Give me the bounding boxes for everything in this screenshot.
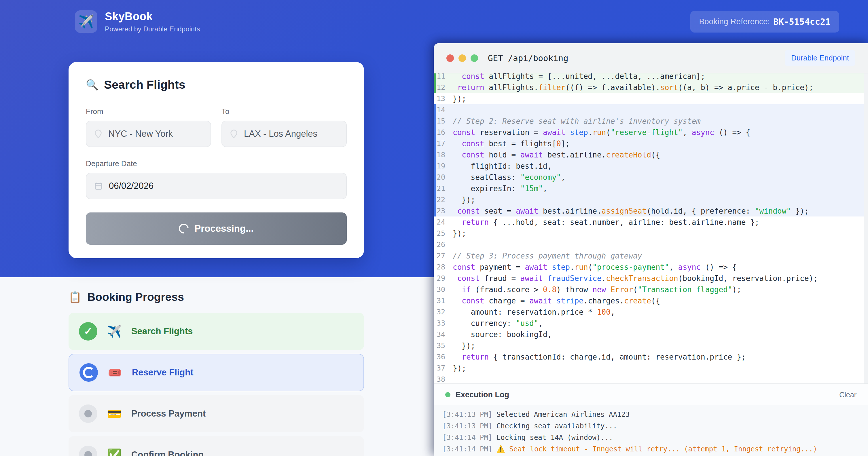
line-number: 23 <box>437 207 453 215</box>
window-close-icon[interactable] <box>446 55 454 62</box>
search-submit-button[interactable]: Processing... <box>86 213 347 245</box>
step-emoji-icon: 🎟️ <box>108 367 122 378</box>
progress-step-reserve-flight[interactable]: 🎟️Reserve Flight <box>68 354 364 391</box>
execution-log-body: [3:41:13 PM] Selected American Airlines … <box>434 405 868 456</box>
code-text: const charge = await stripe.charges.crea… <box>453 296 660 305</box>
code-text: const best = flights[0]; <box>453 139 570 148</box>
code-line: 26 <box>434 239 864 250</box>
line-number: 32 <box>437 308 453 316</box>
line-number: 33 <box>437 319 453 327</box>
code-panel-window: GET /api/booking Durable Endpoint 11 con… <box>434 43 868 456</box>
departure-date-label: Departure Date <box>86 159 347 168</box>
progress-step-process-payment[interactable]: 💳Process Payment <box>68 395 364 432</box>
code-line: 23 const seat = await best.airline.assig… <box>434 205 864 217</box>
code-line: 18 const hold = await best.airline.creat… <box>434 149 864 160</box>
code-lines: 11 const allFlights = [...united, ...del… <box>434 73 864 384</box>
line-number: 25 <box>437 229 453 237</box>
code-text: const fraud = await fraudService.checkTr… <box>453 274 818 283</box>
booking-reference-label: Booking Reference: <box>699 17 770 26</box>
status-dot-icon <box>445 392 451 397</box>
log-message: ⚠️ Seat lock timeout - Inngest will retr… <box>496 445 817 453</box>
line-number: 17 <box>437 139 453 148</box>
code-line: 15// Step 2: Reserve seat with airline's… <box>434 116 864 127</box>
code-line: 14 <box>434 104 864 116</box>
code-text: return { transactionId: charge.id, amoun… <box>453 353 746 361</box>
clear-log-button[interactable]: Clear <box>839 391 857 399</box>
code-line: 33 currency: "usd", <box>434 318 864 329</box>
log-entry: [3:41:13 PM] Selected American Airlines … <box>442 409 859 420</box>
search-flights-card: 🔍 Search Flights From NYC - New York To … <box>68 62 364 258</box>
search-icon: 🔍 <box>86 79 99 91</box>
endpoint-title: GET /api/booking <box>488 53 568 63</box>
code-text: }); <box>453 195 475 204</box>
line-number: 16 <box>437 128 453 136</box>
window-minimize-icon[interactable] <box>459 55 466 62</box>
booking-progress-list: ✓✈️Search Flights🎟️Reserve Flight💳Proces… <box>68 313 364 456</box>
progress-step-search-flights[interactable]: ✓✈️Search Flights <box>68 313 364 350</box>
log-message: Checking seat availability... <box>496 422 617 430</box>
line-number: 13 <box>437 94 453 103</box>
departure-date-input[interactable]: 06/02/2026 <box>86 173 347 199</box>
line-number: 29 <box>437 274 453 283</box>
code-line: 12 return allFlights.filter((f) => f.ava… <box>434 82 864 93</box>
departure-date-value: 06/02/2026 <box>109 181 154 191</box>
booking-progress-title: 📋 Booking Progress <box>68 291 364 303</box>
code-panel-titlebar: GET /api/booking Durable Endpoint <box>434 43 868 73</box>
step-emoji-icon: ✈️ <box>107 326 122 337</box>
line-number: 14 <box>437 106 453 114</box>
code-text: const reservation = await step.run("rese… <box>453 128 750 137</box>
calendar-icon <box>94 182 103 191</box>
step-emoji-icon: ✅ <box>107 449 122 456</box>
code-line: 11 const allFlights = [...united, ...del… <box>434 73 864 82</box>
code-line: 27// Step 3: Process payment through gat… <box>434 250 864 261</box>
step-label: Search Flights <box>131 326 193 336</box>
code-text: }); <box>453 364 466 372</box>
booking-reference-value: BK-5154cc21 <box>773 17 831 27</box>
line-number: 37 <box>437 364 453 372</box>
code-line: 30 if (fraud.score > 0.8) throw new Erro… <box>434 284 864 295</box>
log-timestamp: [3:41:13 PM] <box>442 422 496 430</box>
scrollbar-track[interactable] <box>864 73 868 384</box>
app-logo: ✈️ <box>75 10 97 33</box>
code-text: // Step 2: Reserve seat with airline's i… <box>453 117 701 126</box>
window-maximize-icon[interactable] <box>471 55 478 62</box>
code-text: amount: reservation.price * 100, <box>453 308 615 316</box>
code-text: }); <box>453 229 466 238</box>
code-line: 19 flightId: best.id, <box>434 160 864 171</box>
log-timestamp: [3:41:13 PM] <box>442 411 496 419</box>
line-number: 36 <box>437 353 453 361</box>
code-line: 32 amount: reservation.price * 100, <box>434 306 864 318</box>
spinner-icon <box>177 222 191 235</box>
code-text: const payment = await step.run("process-… <box>453 263 737 271</box>
booking-progress-section: 📋 Booking Progress ✓✈️Search Flights🎟️Re… <box>68 291 364 456</box>
spinner-arc-icon <box>83 367 94 378</box>
to-input[interactable]: LAX - Los Angeles <box>221 121 347 147</box>
line-number: 24 <box>437 218 453 226</box>
log-message: Selected American Airlines AA123 <box>496 411 629 419</box>
line-number: 30 <box>437 285 453 294</box>
code-text: // Step 3: Process payment through gatew… <box>453 252 642 260</box>
from-input[interactable]: NYC - New York <box>86 121 211 147</box>
log-entry: [3:41:14 PM] ⚠️ Seat lock timeout - Inng… <box>442 443 859 455</box>
step-label: Process Payment <box>131 409 206 419</box>
code-line: 29 const fraud = await fraudService.chec… <box>434 272 864 284</box>
code-line: 24 return { ...hold, seat: seat.number, … <box>434 217 864 228</box>
map-pin-icon <box>94 129 102 139</box>
booking-reference-badge: Booking Reference: BK-5154cc21 <box>690 11 839 33</box>
code-editor[interactable]: 11 const allFlights = [...united, ...del… <box>434 73 868 384</box>
code-text: }); <box>453 94 466 103</box>
code-text: flightId: best.id, <box>453 162 552 170</box>
code-text: return allFlights.filter((f) => f.availa… <box>453 83 813 92</box>
app-title: SkyBook <box>105 10 200 23</box>
clipboard-icon: 📋 <box>68 291 82 303</box>
progress-step-confirm-booking[interactable]: ✅Confirm Booking <box>68 436 364 456</box>
code-text: currency: "usd", <box>453 319 543 328</box>
code-line: 20 seatClass: "economy", <box>434 171 864 183</box>
to-label: To <box>221 107 347 116</box>
step-label: Reserve Flight <box>132 367 193 378</box>
code-text: seatClass: "economy", <box>453 173 565 182</box>
pending-dot-icon <box>79 404 97 423</box>
line-number: 11 <box>437 73 453 80</box>
code-line: 37}); <box>434 362 864 374</box>
code-text: const seat = await best.airline.assignSe… <box>453 207 809 215</box>
